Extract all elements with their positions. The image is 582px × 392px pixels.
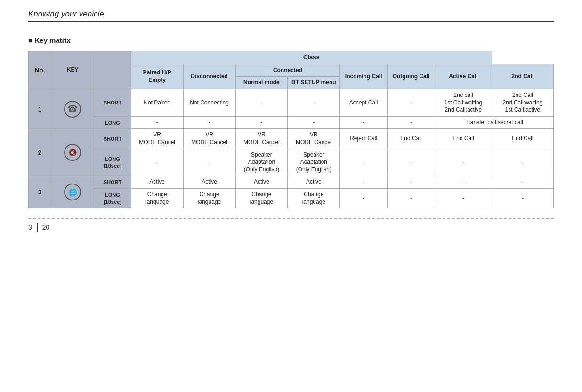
row-no-1: 1	[29, 89, 51, 129]
cell-1-long-bt: -	[288, 116, 340, 129]
cell-2-long-incoming: -	[340, 149, 388, 176]
col-header-key: KEY	[51, 51, 94, 89]
cell-1-long-paired: -	[131, 116, 183, 129]
col-header-incoming: Incoming Call	[340, 64, 388, 89]
cell-2-short-active: End Call	[435, 129, 492, 149]
cell-1-short-normal: -	[235, 89, 288, 117]
cell-2-long-paired: -	[131, 149, 183, 176]
cell-3-long-bt: Change language	[288, 189, 340, 208]
cell-1-short-incoming: Accept Call	[340, 89, 388, 117]
table-row: LONG [10sec] Change language Change lang…	[29, 189, 554, 208]
table-row: 2 🔇 SHORT VR MODE Cancel VR MODE Cancel …	[29, 129, 554, 149]
table-row: 3 🌐 SHORT Active Active Active Active - …	[29, 176, 554, 189]
col-header-paired: Paired H/P Empty	[131, 64, 183, 89]
cell-3-long-paired: Change language	[131, 189, 183, 208]
footer-divider	[37, 223, 38, 232]
row-icon-3: 🌐	[51, 176, 94, 208]
cell-2-short-disconnected: VR MODE Cancel	[183, 129, 235, 149]
cell-2-long-bt: Speaker Adaptation (Only English)	[288, 149, 340, 176]
cell-2-short-paired: VR MODE Cancel	[131, 129, 183, 149]
cell-3-short-paired: Active	[131, 176, 183, 189]
page-title: Knowing your vehicle	[28, 9, 104, 18]
row-no-2: 2	[29, 129, 51, 176]
cell-1-long-disconnected: -	[183, 116, 235, 129]
cell-2-long-active: -	[435, 149, 492, 176]
table-row: 1 ☎ SHORT Not Paired Not Connecting - - …	[29, 89, 554, 117]
col-header-no: No.	[29, 51, 51, 89]
cell-1-long-normal: -	[235, 116, 288, 129]
cell-3-long-active: -	[435, 189, 492, 208]
cell-2-long-2nd: -	[492, 149, 553, 176]
cell-2-short-outgoing: End Call	[388, 129, 435, 149]
cell-3-short-disconnected: Active	[183, 176, 235, 189]
cell-3-long-outgoing: -	[388, 189, 435, 208]
col-header-outgoing: Outgoing Call	[388, 64, 435, 89]
phone-icon: ☎	[64, 101, 81, 118]
cell-3-short-incoming: -	[340, 176, 388, 189]
cell-1-short-active: 2nd call 1st Call:waiting 2nd Call:activ…	[435, 89, 492, 117]
row-type-1-short: SHORT	[94, 89, 131, 117]
cell-1-short-2nd: 2nd Call 2nd Call:waiting 1st Call:activ…	[492, 89, 553, 117]
cell-3-short-outgoing: -	[388, 176, 435, 189]
section-title: Key matrix	[28, 36, 554, 44]
col-header-connected: Connected	[235, 64, 340, 77]
col-header-normal: Normal mode	[235, 77, 288, 89]
row-type-1-long: LONG	[94, 116, 131, 129]
col-header-bt: BT SETUP menu	[288, 77, 340, 89]
row-icon-2: 🔇	[51, 129, 94, 176]
col-header-2nd: 2nd Call	[492, 64, 553, 89]
cell-1-short-disconnected: Not Connecting	[183, 89, 235, 117]
key-matrix-table: No. KEY Class Paired H/P Empty Disconnec…	[28, 51, 554, 208]
cell-2-short-normal: VR MODE Cancel	[235, 129, 288, 149]
row-icon-1: ☎	[51, 89, 94, 129]
col-header-disconnected: Disconnected	[183, 64, 235, 89]
cell-2-long-outgoing: -	[388, 149, 435, 176]
cell-2-long-normal: Speaker Adaptation (Only English)	[235, 149, 288, 176]
row-type-2-short: SHORT	[94, 129, 131, 149]
cell-1-short-bt: -	[288, 89, 340, 117]
col-header-type	[94, 51, 131, 89]
cell-1-long-outgoing: -	[388, 116, 435, 129]
row-no-3: 3	[29, 176, 51, 208]
row-type-2-long: LONG [10sec]	[94, 149, 131, 176]
col-header-active: Active Call	[435, 64, 492, 89]
page: Knowing your vehicle Key matrix No. KEY …	[0, 0, 582, 392]
cell-3-short-active: -	[435, 176, 492, 189]
table-row: LONG - - - - - - Transfer call:secret ca…	[29, 116, 554, 129]
footer-page-number: 20	[42, 224, 50, 231]
cell-3-short-2nd: -	[492, 176, 553, 189]
cell-1-long-active: Transfer call:secret call	[435, 116, 553, 129]
cell-2-short-incoming: Reject Call	[340, 129, 388, 149]
cell-3-short-bt: Active	[288, 176, 340, 189]
cell-1-long-incoming: -	[340, 116, 388, 129]
cell-2-long-disconnected: -	[183, 149, 235, 176]
cell-1-short-outgoing: -	[388, 89, 435, 117]
cell-3-long-normal: Change language	[235, 189, 288, 208]
row-type-3-short: SHORT	[94, 176, 131, 189]
cell-1-short-paired: Not Paired	[131, 89, 183, 117]
table-row: LONG [10sec] - - Speaker Adaptation (Onl…	[29, 149, 554, 176]
page-header: Knowing your vehicle	[28, 9, 554, 22]
col-header-class: Class	[131, 51, 492, 64]
footer-chapter: 3	[28, 224, 32, 231]
cell-3-long-incoming: -	[340, 189, 388, 208]
row-type-3-long: LONG [10sec]	[94, 189, 131, 208]
mute-icon: 🔇	[64, 144, 81, 161]
cell-3-long-disconnected: Change language	[183, 189, 235, 208]
cell-3-short-normal: Active	[235, 176, 288, 189]
cell-2-short-2nd: End Call	[492, 129, 553, 149]
cell-3-long-2nd: -	[492, 189, 553, 208]
language-icon: 🌐	[64, 184, 81, 200]
footer: 3 20	[28, 218, 554, 232]
cell-2-short-bt: VR MODE Cancel	[288, 129, 340, 149]
